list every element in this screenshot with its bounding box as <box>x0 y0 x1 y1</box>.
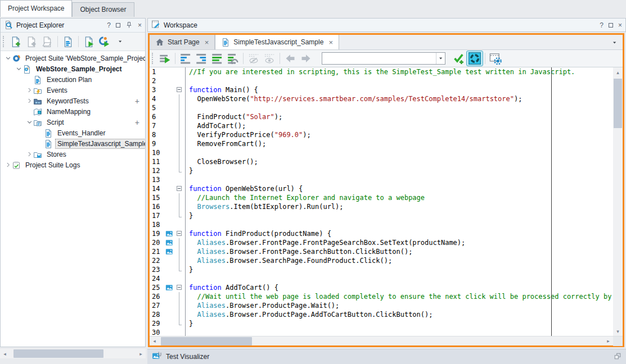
scroll-left-arrow[interactable]: ◂ <box>150 336 159 346</box>
main-tab-project-workspace[interactable]: Project Workspace <box>0 0 72 17</box>
code-line[interactable]: //Launch the Internet Explorer and navig… <box>189 193 425 202</box>
code-line[interactable]: } <box>189 265 193 274</box>
toolbar-drag-handle[interactable] <box>152 53 155 64</box>
fold-column[interactable] <box>175 85 183 94</box>
visualizer-image-icon[interactable] <box>165 247 175 256</box>
scroll-right-arrow[interactable]: ▸ <box>604 336 613 346</box>
expander-closed-icon[interactable] <box>25 151 33 158</box>
run-suite-button[interactable] <box>97 34 112 49</box>
help-icon[interactable]: ? <box>107 22 111 29</box>
code-line[interactable]: //If you are interested in scripting, th… <box>189 67 575 76</box>
close-tab-icon[interactable]: × <box>328 38 333 47</box>
expander-open-icon[interactable] <box>4 54 12 62</box>
add-new-item-button[interactable] <box>24 34 39 49</box>
open-item-button[interactable] <box>39 34 55 49</box>
run-current-script-button[interactable] <box>157 51 173 66</box>
code-line[interactable]: FindProduct("Solar"); <box>189 112 282 121</box>
tree-item-events[interactable]: Events <box>1 85 145 95</box>
search-combobox[interactable] <box>322 52 445 65</box>
maximize-icon[interactable] <box>609 22 613 29</box>
fold-collapse-icon[interactable] <box>177 186 182 191</box>
tree-item-project-suite-logs[interactable]: Project Suite Logs <box>1 160 145 170</box>
execution-plan-button[interactable] <box>60 34 76 49</box>
add-child-button[interactable]: + <box>135 97 139 105</box>
scroll-up-arrow[interactable]: ▴ <box>613 67 623 77</box>
code-editor[interactable]: 1//If you are interested in scripting, t… <box>150 67 623 336</box>
tree-item-script[interactable]: Script+ <box>1 117 145 128</box>
code-line[interactable]: Browsers.Item(btIExplorer).Run(url); <box>189 202 344 211</box>
code-line[interactable]: //Wait until the web page is loaded comp… <box>189 292 613 301</box>
visualizer-image-icon[interactable] <box>165 238 175 247</box>
visualizer-image-icon[interactable] <box>165 283 175 292</box>
document-tab-simpletestjavascript-sample[interactable]: SimpleTestJavascript_Sample× <box>215 35 339 49</box>
scrollbar-thumb[interactable] <box>161 337 252 345</box>
code-line[interactable]: } <box>189 211 193 220</box>
fold-collapse-icon[interactable] <box>177 231 182 236</box>
fold-column[interactable] <box>175 283 183 292</box>
code-line[interactable]: Aliases.Browser.FrontPage.SearchButton.C… <box>189 247 412 256</box>
code-line[interactable]: OpenWebStore("http://services.smartbear.… <box>189 94 522 103</box>
fold-collapse-icon[interactable] <box>177 87 182 92</box>
run-project-button[interactable] <box>81 34 97 49</box>
expander-closed-icon[interactable] <box>25 87 33 94</box>
code-line[interactable]: AddToCart(); <box>189 121 246 130</box>
code-line[interactable]: function AddToCart() { <box>189 283 278 292</box>
run-options-dropdown[interactable] <box>112 34 128 49</box>
toolbar-drag-handle[interactable] <box>3 36 6 47</box>
navigate-forward-button[interactable] <box>298 51 314 66</box>
project-explorer-hscrollbar[interactable]: ◂ ▸ <box>0 349 146 358</box>
scrollbar-thumb[interactable] <box>614 79 622 128</box>
code-line[interactable]: function Main() { <box>189 85 258 94</box>
undo-format-button[interactable] <box>225 51 241 66</box>
expander-open-icon[interactable] <box>15 65 22 73</box>
editor-hscrollbar[interactable]: ◂ ▸ <box>150 336 623 345</box>
show-visualizer-frames-button[interactable] <box>262 51 277 66</box>
add-child-button[interactable]: + <box>135 119 139 126</box>
visualizer-image-icon[interactable] <box>165 229 175 238</box>
tree-item-events-handler[interactable]: Events_Handler <box>1 128 145 138</box>
code-line[interactable]: } <box>189 319 193 328</box>
code-line[interactable]: Aliases.Browser.SearchPage.FoundProduct.… <box>189 256 392 265</box>
code-line[interactable]: function OpenWebStore(url) { <box>189 184 303 193</box>
code-line[interactable]: Aliases.Browser.FrontPage.FrontPageSearc… <box>189 238 465 247</box>
scroll-right-arrow[interactable]: ▸ <box>136 349 146 358</box>
test-visualizer-bar[interactable]: Test Visualizer <box>147 349 626 364</box>
tree-item-stores[interactable]: Stores <box>1 149 145 160</box>
fold-column[interactable] <box>175 184 183 193</box>
add-checkpoint-button[interactable] <box>451 51 467 66</box>
editor-vscrollbar[interactable]: ▴ ▾ <box>613 67 623 336</box>
hide-visualizer-frames-button[interactable] <box>246 51 262 66</box>
tree-item-keywordtests[interactable]: KeywordTests+ <box>1 95 145 106</box>
code-line[interactable]: VerifyProductPrice("969.0"); <box>189 130 311 139</box>
close-icon[interactable]: × <box>618 22 622 29</box>
navigate-back-button[interactable] <box>282 51 298 66</box>
code-line[interactable]: Aliases.Browser.ProductPage.Wait(); <box>189 301 339 310</box>
combobox-dropdown-icon[interactable] <box>436 53 445 64</box>
maximize-icon[interactable] <box>116 22 120 29</box>
tree-item-simpletestjavascript-sample[interactable]: SimpleTestJavascript_Sample <box>1 138 145 149</box>
code-line[interactable]: CloseBrowser(); <box>189 157 258 166</box>
scroll-left-arrow[interactable]: ◂ <box>0 349 10 358</box>
editor-options-button[interactable] <box>488 51 503 66</box>
main-tab-object-browser[interactable]: Object Browser <box>72 2 134 17</box>
code-line[interactable]: RemoveFromCart(); <box>189 139 266 148</box>
tree-item-execution-plan[interactable]: Execution Plan <box>1 74 145 85</box>
tree-item-namemapping[interactable]: NameMapping <box>1 106 145 117</box>
indent-button[interactable] <box>193 51 209 66</box>
scroll-down-arrow[interactable]: ▾ <box>613 326 623 336</box>
scrollbar-thumb[interactable] <box>13 349 103 358</box>
outdent-button[interactable] <box>178 51 193 66</box>
fold-column[interactable] <box>175 229 183 238</box>
expander-open-icon[interactable] <box>25 119 33 126</box>
search-input[interactable] <box>324 53 436 63</box>
pin-icon[interactable] <box>125 21 133 30</box>
add-project-item-button[interactable] <box>8 34 24 49</box>
code-line[interactable]: Aliases.Browser.ProductPage.AddToCartBut… <box>189 310 433 319</box>
code-line[interactable]: function FindProduct(productName) { <box>189 229 331 238</box>
close-tab-icon[interactable]: × <box>205 38 209 47</box>
tree-item-project-suite-webstore-sample-project-suit[interactable]: Project Suite 'WebStore_Sample_Project_S… <box>1 53 145 63</box>
record-button[interactable] <box>467 51 483 66</box>
float-panel-icon[interactable] <box>614 352 622 362</box>
expander-closed-icon[interactable] <box>25 97 33 105</box>
tab-list-dropdown[interactable] <box>611 39 618 48</box>
